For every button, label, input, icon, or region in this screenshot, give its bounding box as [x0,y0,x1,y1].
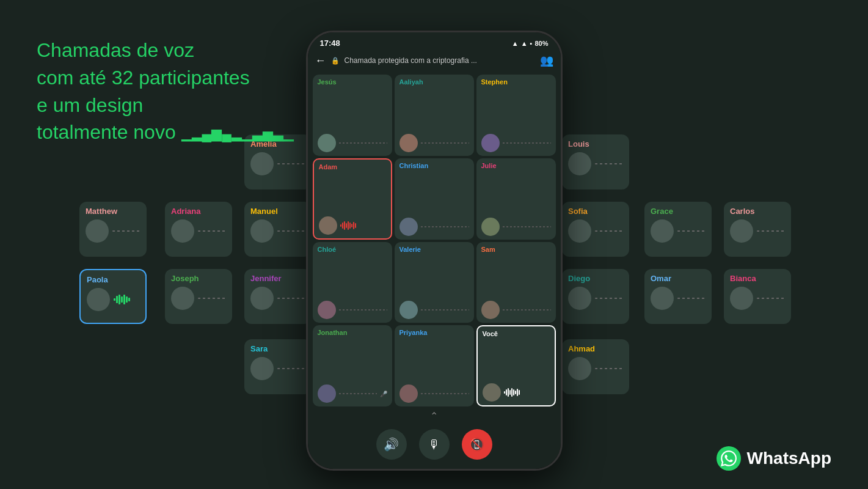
bg-participant-card: Diego [562,269,629,324]
participant-name: Valerie [399,246,469,253]
participant-card: Valerie [395,242,474,323]
participant-card: Chloé [313,242,392,323]
bg-card-bottom [250,287,305,310]
waveform-active [340,221,356,230]
participant-card: Você [476,325,556,406]
bg-card-name: Matthew [86,207,117,216]
participant-card: Christian [395,158,474,240]
mute-button[interactable]: 🎙 [419,429,450,460]
bg-avatar [250,357,274,380]
bg-avatar [250,287,274,310]
bg-card-bottom [730,287,785,310]
phone-mockup: 17:48 ▲ ▲ ▪ 80% ← 🔒 Chamada protegida co… [306,31,563,471]
whatsapp-logo: WhatsApp [717,446,831,471]
bg-avatar [87,288,110,311]
phone-screen: 17:48 ▲ ▲ ▪ 80% ← 🔒 Chamada protegida co… [308,32,561,469]
bg-card-bottom [250,152,305,175]
battery-percent: 80% [534,40,548,47]
bg-card-name: Ahmad [568,344,595,353]
bg-participant-card: Louis [562,134,629,189]
bg-avatar [568,287,591,310]
bg-card-name: Joseph [171,274,199,283]
bg-avatar [730,219,753,243]
speaker-button[interactable]: 🔊 [376,429,407,460]
bg-avatar [171,219,194,243]
participant-card: Jonathan 🎤 [313,325,392,406]
participant-bottom [399,384,469,403]
participant-bottom [481,218,551,236]
bg-card-bottom [87,288,139,311]
participant-bottom [399,134,469,152]
participant-bottom [481,134,551,152]
call-header: ← 🔒 Chamada protegida com a criptografia… [308,51,561,72]
end-call-button[interactable]: 📵 [462,429,492,460]
waveform-active [504,388,520,397]
status-bar: 17:48 ▲ ▲ ▪ 80% [308,32,561,51]
bg-card-name: Carlos [730,207,754,216]
participant-card: Jesús [313,75,392,156]
bg-participant-card: Joseph [165,269,232,324]
hero-text: Chamadas de voz com até 32 participantes… [37,37,294,146]
participant-name: Jonathan [318,329,387,336]
participant-bottom [319,216,386,235]
wifi-icon: ▲ [512,40,519,47]
bg-card-name: Manuel [250,207,278,216]
bg-participant-card: Sofia [562,202,629,257]
bg-participant-card: Jennifer [244,269,312,324]
bg-participant-card: Sara [244,339,312,394]
bg-avatar [86,219,109,243]
collapse-indicator[interactable]: ⌃ [308,409,561,423]
bg-card-bottom [171,219,226,243]
bg-card-name: Grace [651,207,673,216]
call-controls: 🔊 🎙 📵 [308,423,561,469]
bg-avatar [730,287,753,310]
whatsapp-label: WhatsApp [747,449,831,468]
bg-card-name: Omar [651,274,671,283]
bg-card-bottom [568,287,623,310]
bg-participant-card: Matthew [79,202,147,257]
participant-name: Julie [481,162,551,169]
participant-name: Priyanka [399,329,469,336]
bg-card-name: Sofia [568,207,588,216]
bg-card-bottom [651,287,706,310]
bg-card-name: Bianca [730,274,756,283]
participant-name: Christian [399,162,469,169]
group-icon: 👥 [540,54,553,67]
bg-card-name: Jennifer [250,274,282,283]
bg-participant-card: Carlos [724,202,791,257]
participant-bottom [399,301,469,319]
waveform-icon: ▁▂▄▆▄▂▁▃▅▃▁ [181,125,294,144]
participant-name: Aaliyah [399,78,469,86]
bg-avatar [171,287,194,310]
bg-card-name: Diego [568,274,590,283]
lock-icon: 🔒 [331,57,340,65]
signal-icon: ▲ [521,40,528,47]
status-icons: ▲ ▲ ▪ 80% [512,40,549,47]
bg-participant-card: Adriana [165,202,232,257]
mic-icon: 🎤 [380,391,387,397]
bg-avatar [651,219,674,243]
bg-card-bottom [651,219,706,243]
participant-card: Sam [476,242,556,323]
bg-card-bottom [568,219,623,243]
participant-card: Julie [476,158,556,240]
bg-card-bottom [250,219,305,243]
participant-card: Adam [313,158,392,240]
battery-icon: ▪ [530,40,533,47]
whatsapp-icon [717,446,741,471]
bg-avatar [568,152,591,175]
participant-bottom: 🎤 [318,384,387,403]
participant-bottom [483,383,550,402]
bg-participant-card: Paola [79,269,147,324]
call-title: Chamada protegida com a criptografia ... [345,56,535,65]
bg-avatar [651,287,674,310]
bg-avatar [250,219,274,243]
participant-name: Stephen [481,78,551,86]
back-arrow-icon[interactable]: ← [315,54,326,67]
bg-card-name: Louis [568,139,589,149]
bg-card-name: Adriana [171,207,200,216]
bg-card-bottom [568,152,623,175]
participants-grid: Jesús Aaliyah Stephen Adam [308,72,561,409]
bg-participant-card: Ahmad [562,339,629,394]
bg-avatar [250,152,274,175]
